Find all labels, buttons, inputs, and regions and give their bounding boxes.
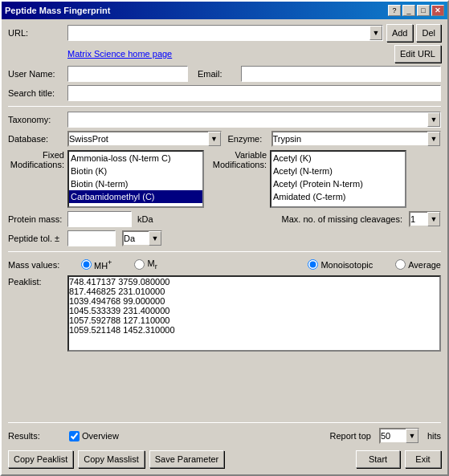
average-label: Average [408,260,441,270]
var-mod-item-1[interactable]: Acetyl (N-term) [271,165,405,177]
add-button[interactable]: Add [386,24,414,42]
protein-mass-unit: kDa [137,214,153,224]
taxonomy-label: Taxonomy: [8,115,64,124]
matrix-science-link[interactable]: Matrix Science home page [67,49,172,59]
peaklist-textarea[interactable]: 748.417137 3759.080000 817.446825 231.01… [67,275,441,352]
title-bar-buttons: ? _ □ ✕ [388,5,444,16]
separator-3 [8,422,441,423]
mr-radio[interactable] [134,259,145,270]
enzyme-select[interactable]: Trypsin LysC [271,131,442,147]
overview-label: Overview [82,431,119,441]
peaklist-label: Peaklist: [8,275,64,287]
monoisotopic-option[interactable]: Monoisotopic [308,259,373,270]
fixed-mod-item-2[interactable]: Biotin (N-term) [69,177,202,190]
email-input[interactable]: nevim@nepovim.uu [241,66,441,82]
separator-2 [8,251,441,252]
variable-mods-list-wrapper: Acetyl (K) Acetyl (N-term) Acetyl (Prote… [270,150,441,208]
peptide-tol-input[interactable]: 0.2 [67,230,116,246]
mass-values-row: Mass values: MH+ Mr Monoisotopic Average [8,258,441,271]
bottom-buttons-row: Copy Peaklist Copy Masslist Save Paramet… [8,447,441,470]
enzyme-select-wrapper: Trypsin LysC ▼ [271,131,442,147]
enzyme-row: Enzyme: Trypsin LysC ▼ [228,131,442,147]
peptide-tol-row: Peptide tol. ± 0.2 Da mDa ppm % ▼ [8,230,441,246]
fixed-mods-section: Fixed Modifications: Ammonia-loss (N-ter… [8,150,204,208]
url-select-wrapper: http://www.matrixscience.com/cgi/nph-mas… [67,25,383,41]
variable-sublabel: Modifications: [213,160,267,169]
fixed-sublabel: Modifications: [10,160,64,169]
url-row: URL: http://www.matrixscience.com/cgi/np… [8,24,441,42]
monoisotopic-label: Monoisotopic [320,260,373,270]
maximize-button[interactable]: □ [417,5,430,16]
fixed-mod-item-1[interactable]: Biotin (K) [69,165,202,177]
report-top-wrapper: 10 20 50 100 200 ▼ [379,428,419,444]
fixed-mods-labels: Fixed Modifications: [8,150,64,208]
fixed-mod-item-0[interactable]: Ammonia-loss (N-term C) [69,152,202,165]
mass-values-label: Mass values: [8,260,68,270]
db-enzyme-row: Database: SwissProt NCBInr ▼ Enzyme: Try… [8,131,441,147]
taxonomy-input[interactable]: . . . . . . . . . . . . . . Rattus [67,112,441,128]
copy-masslist-button[interactable]: Copy Masslist [78,450,144,468]
enzyme-label: Enzyme: [228,134,268,144]
username-input[interactable]: jrkasirka [67,66,188,82]
fixed-mod-item-4[interactable]: Carbamyl (K) [69,203,202,208]
fixed-mods-list-wrapper: Ammonia-loss (N-term C) Biotin (K) Bioti… [67,150,204,208]
title-bar: Peptide Mass Fingerprint ? _ □ ✕ [2,2,447,19]
taxonomy-row: Taxonomy: . . . . . . . . . . . . . . Ra… [8,112,441,128]
hits-label: hits [427,431,441,441]
var-mod-item-0[interactable]: Acetyl (K) [271,152,405,165]
average-option[interactable]: Average [395,259,441,270]
max-cleavages-row: Max. no. of missing cleavages: 0 1 2 3 ▼ [160,211,441,227]
results-row: Results: Overview Report top 10 20 50 10… [8,428,441,444]
window-title: Peptide Mass Fingerprint [5,6,110,15]
max-cleavages-select-wrapper: 0 1 2 3 ▼ [409,211,441,227]
peaklist-row: Peaklist: 748.417137 3759.080000 817.446… [8,275,441,417]
max-cleavages-select[interactable]: 0 1 2 3 [409,211,441,227]
mh-plus-option[interactable]: MH+ [81,258,112,271]
username-label: User Name: [8,69,64,79]
fixed-label: Fixed [43,150,64,160]
report-top-label: Report top [330,431,371,441]
variable-label: Variable [235,150,267,160]
database-select-wrapper: SwissProt NCBInr ▼ [67,131,222,147]
help-button[interactable]: ? [388,5,401,16]
mh-plus-radio[interactable] [81,259,92,270]
minimize-button[interactable]: _ [402,5,415,16]
var-mod-item-3[interactable]: Amidated (C-term) [271,190,405,203]
start-button[interactable]: Start [356,450,400,468]
mr-option[interactable]: Mr [134,258,157,271]
variable-mods-section: Variable Modifications: Acetyl (K) Acety… [210,150,441,208]
peptide-tol-unit-select[interactable]: Da mDa ppm % [122,230,162,246]
overview-checkbox[interactable] [69,431,80,441]
variable-mods-listbox[interactable]: Acetyl (K) Acetyl (N-term) Acetyl (Prote… [270,150,406,208]
close-button[interactable]: ✕ [431,5,444,16]
fixed-mod-item-3[interactable]: Carbamidomethyl (C) [69,190,202,203]
var-mod-item-2[interactable]: Acetyl (Protein N-term) [271,177,405,190]
email-label: Email: [198,69,238,79]
copy-peaklist-button[interactable]: Copy Peaklist [8,450,73,468]
peptide-tol-label: Peptide tol. ± [8,234,64,243]
var-mod-item-4[interactable]: Amidated (Protein C-term) [271,203,405,208]
separator-1 [8,106,441,107]
monoisotopic-radio[interactable] [308,259,318,270]
save-parameter-button[interactable]: Save Parameter [149,450,224,468]
url-second-row: Matrix Science home page Edit URL [67,45,441,63]
max-cleavages-label: Max. no. of missing cleavages: [282,214,402,224]
report-top-select[interactable]: 10 20 50 100 200 [379,428,419,444]
search-title-label: Search title: [8,88,64,98]
exit-button[interactable]: Exit [405,450,441,468]
url-input[interactable]: http://www.matrixscience.com/cgi/nph-mas… [67,25,383,41]
fixed-mods-listbox[interactable]: Ammonia-loss (N-term C) Biotin (K) Bioti… [67,150,204,208]
database-label: Database: [8,134,64,144]
overview-option[interactable]: Overview [69,431,119,441]
average-radio[interactable] [395,259,406,270]
variable-mods-labels: Variable Modifications: [210,150,267,208]
protein-mass-input[interactable] [67,211,132,227]
del-button[interactable]: Del [416,24,441,42]
user-email-row: User Name: jrkasirka Email: nevim@nepovi… [8,66,441,82]
search-title-row: Search title: [8,85,441,101]
search-title-input[interactable] [67,85,441,101]
title-bar-left: Peptide Mass Fingerprint [5,6,110,15]
mr-label: Mr [147,258,157,271]
database-select[interactable]: SwissProt NCBInr [67,131,222,147]
edit-url-button[interactable]: Edit URL [394,45,441,63]
